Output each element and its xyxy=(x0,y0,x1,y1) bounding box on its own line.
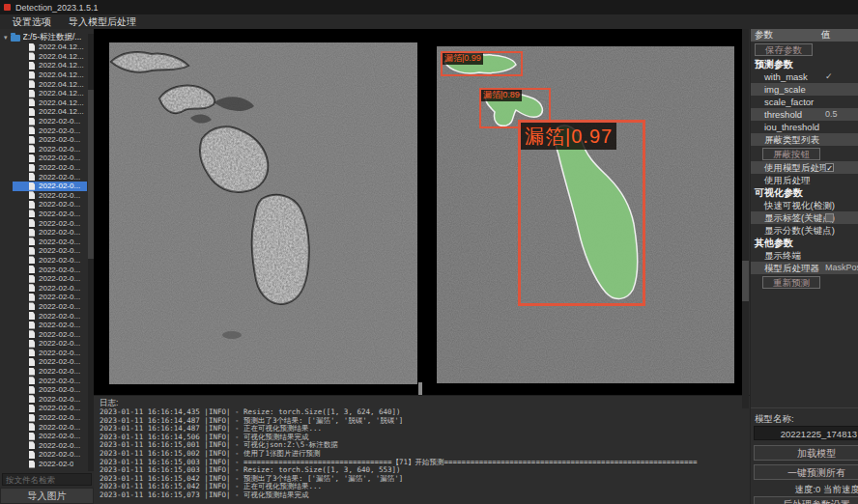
param-checkbox[interactable]: ✓ xyxy=(825,163,834,172)
tree-item[interactable]: 2022-02-0... xyxy=(0,274,87,284)
tree-item[interactable]: 2022-02-0... xyxy=(0,376,87,385)
param-row[interactable]: iou_threshold xyxy=(751,121,858,133)
file-icon xyxy=(29,71,35,79)
tree-item[interactable]: 2022-02-0... xyxy=(0,228,87,238)
tree-item[interactable]: 2022.04.12... xyxy=(0,107,87,117)
tree-item-label: 2022.04.12... xyxy=(39,98,84,107)
tree-item[interactable]: 2022-02-0... xyxy=(0,172,87,182)
tree-item[interactable]: 2022-02-0... xyxy=(0,413,87,423)
tree-item[interactable]: 2022-02-0... xyxy=(0,311,87,321)
param-row[interactable]: 使用模型后处理✓ xyxy=(751,161,858,174)
param-button[interactable]: 屏蔽按钮 xyxy=(762,148,820,160)
tree-root-label: Z:/5-标注数据/... xyxy=(23,32,82,43)
tree-item[interactable]: 2022-02-0... xyxy=(0,441,87,451)
folder-icon xyxy=(11,35,20,42)
tree-item[interactable]: 2022-02-0... xyxy=(0,210,87,219)
tree-item[interactable]: 2022-02-0... xyxy=(0,265,87,274)
splitter-handle[interactable] xyxy=(418,382,422,395)
menu-item-settings[interactable]: 设置选项 xyxy=(4,15,60,29)
param-button[interactable]: 重新预测 xyxy=(762,276,820,289)
file-icon xyxy=(29,118,35,126)
file-icon xyxy=(29,358,35,366)
tree-item[interactable]: 2022-02-0... xyxy=(0,200,87,210)
tree-item[interactable]: 2022-02-0... xyxy=(0,302,87,312)
param-row[interactable]: 屏蔽类型列表 xyxy=(751,133,858,146)
file-icon xyxy=(29,201,35,209)
file-tree-panel: ▾ Z:/5-标注数据/... 2022.04.12...2022.04.12.… xyxy=(0,29,94,504)
params-scrollbar[interactable] xyxy=(742,29,749,408)
tree-item[interactable]: 2022-02-0... xyxy=(0,293,87,302)
predict-all-button[interactable]: 一键预测所有 xyxy=(754,464,858,480)
tree-item[interactable]: 2022-02-0... xyxy=(0,256,87,266)
tree-item[interactable]: 2022.04.12... xyxy=(0,79,87,89)
tree-item[interactable]: 2022-02-0... xyxy=(0,218,87,228)
log-line: 2023-01-11 16:16:14,435 |INFO| - Resize:… xyxy=(100,408,750,417)
save-params-button[interactable]: 保存参数 xyxy=(755,43,813,56)
param-checkbox[interactable] xyxy=(825,213,834,222)
tree-item[interactable]: 2022.04.12... xyxy=(0,98,87,108)
param-row[interactable]: 快速可视化(检测) xyxy=(751,199,858,211)
tree-item[interactable]: 2022-02-0... xyxy=(0,385,87,395)
load-model-button[interactable]: 加载模型 xyxy=(754,445,858,461)
tree-item[interactable]: 2022-02-0... xyxy=(0,321,87,330)
tree-item[interactable]: 2022.04.12... xyxy=(0,61,87,70)
tree-item-label: 2022-02-0... xyxy=(39,182,80,190)
tree-item[interactable]: 2022-02-0... xyxy=(0,349,87,358)
param-row[interactable]: with_mask✓ xyxy=(751,70,858,83)
tree-item[interactable]: 2022-02-0... xyxy=(0,154,87,163)
tree-item[interactable]: 2022-02-0... xyxy=(0,135,87,145)
tree-item[interactable]: 2022.04.12... xyxy=(0,52,87,62)
tree-item[interactable]: 2022-02-0... xyxy=(0,450,87,460)
param-row[interactable]: 显示分数(关键点) xyxy=(751,224,858,237)
file-icon xyxy=(29,302,35,310)
param-row[interactable]: img_scale xyxy=(751,83,858,96)
tree-item-label: 2022-02-0... xyxy=(39,191,80,200)
file-icon xyxy=(29,229,35,237)
tree-item-label: 2022-02-0... xyxy=(39,377,80,385)
tree-item[interactable]: 2022-02-0... xyxy=(0,163,87,173)
import-images-button[interactable]: 导入图片 xyxy=(0,488,94,504)
tree-item[interactable]: 2022-02-0... xyxy=(0,191,87,201)
log-line: 2023-01-11 16:16:15,073 |INFO| - 可视化预测结果… xyxy=(100,491,750,500)
chevron-down-icon[interactable]: ▾ xyxy=(4,34,8,42)
param-row[interactable]: 模型后处理器MaskPostPro xyxy=(751,262,858,274)
param-section-label: 可视化参数 xyxy=(751,186,858,199)
tree-item[interactable]: 2022-02-0... xyxy=(0,126,87,135)
tree-item[interactable]: 2022-02-0 xyxy=(0,460,87,469)
param-row[interactable]: 显示终端 xyxy=(751,249,858,262)
tree-item[interactable]: 2022-02-0... xyxy=(0,404,87,413)
tree-item[interactable]: 2022-02-0... xyxy=(0,432,87,441)
postprocess-settings-button[interactable]: 后处理参数设置 xyxy=(754,496,858,504)
tree-item-label: 2022.04.12... xyxy=(39,70,84,79)
menu-item-import-postprocess[interactable]: 导入模型后处理 xyxy=(60,15,145,29)
tree-item[interactable]: 2022-02-0... xyxy=(0,117,87,126)
tree-item[interactable]: 2022-02-0... xyxy=(0,339,87,349)
tree-root-folder[interactable]: ▾ Z:/5-标注数据/... xyxy=(0,32,87,42)
tree-item-label: 2022-02-0... xyxy=(39,163,80,172)
param-row[interactable]: threshold0.5 xyxy=(751,108,858,121)
detection-label: 漏箔|0.99 xyxy=(443,53,483,65)
params-scrollbar-thumb[interactable] xyxy=(742,261,749,301)
tree-item[interactable]: 2022-02-0... xyxy=(0,422,87,432)
tree-item[interactable]: 2022-02-0... xyxy=(0,145,87,154)
tree-item[interactable]: 2022-02-0... xyxy=(0,367,87,377)
tree-item[interactable]: 2022.04.12... xyxy=(0,42,87,52)
tree-item[interactable]: 2022.04.12... xyxy=(0,70,87,80)
tree-item[interactable]: 2022-02-0... xyxy=(0,237,87,246)
param-row[interactable]: 显示标签(关键点) xyxy=(751,211,858,224)
param-label: with_mask xyxy=(764,71,808,82)
tree-item[interactable]: 2022-02-0... xyxy=(0,357,87,367)
tree-item[interactable]: 2022-02-0... xyxy=(0,329,87,339)
tree-item[interactable]: 2022.04.12... xyxy=(0,89,87,98)
log-lines: 2023-01-11 16:16:14,435 |INFO| - Resize:… xyxy=(100,408,750,500)
filename-search-input[interactable] xyxy=(2,473,92,486)
tree-item[interactable]: 2022-02-0... xyxy=(0,283,87,293)
tree-item[interactable]: 2022-02-0... xyxy=(0,246,87,256)
tree-item[interactable]: 2022-02-0... xyxy=(0,182,87,191)
param-row[interactable]: scale_factor xyxy=(751,96,858,108)
param-row[interactable]: 使用后处理 xyxy=(751,174,858,186)
model-name-field[interactable]: 20221225_174813 xyxy=(754,426,858,440)
tree-item[interactable]: 2022-02-0... xyxy=(0,395,87,405)
tree-item-label: 2022-02-0... xyxy=(39,349,80,357)
param-button-row: 重新预测 xyxy=(751,274,858,290)
